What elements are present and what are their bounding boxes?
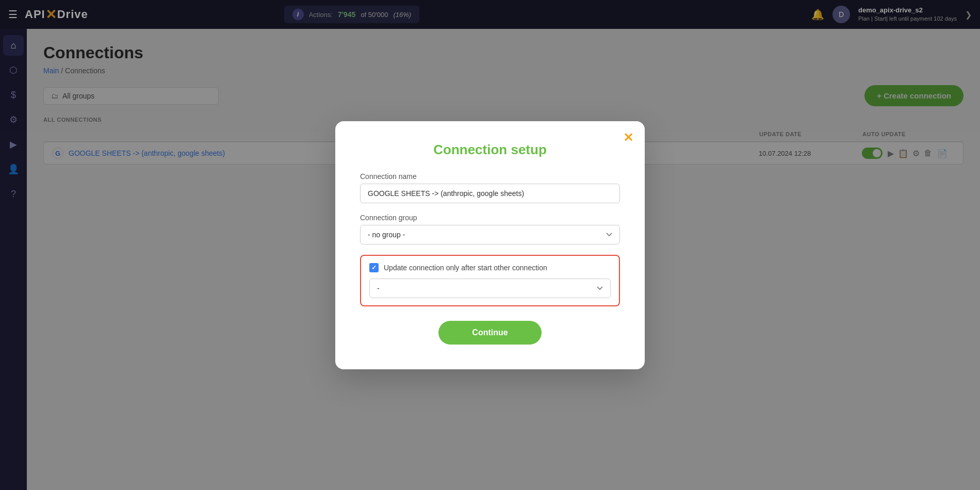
connection-group-select[interactable]: - no group - — [360, 225, 620, 244]
update-connection-checkbox[interactable] — [369, 263, 379, 272]
connection-group-label: Connection group — [360, 214, 620, 222]
update-dependency-section: Update connection only after start other… — [360, 255, 620, 306]
modal-title: Connection setup — [360, 142, 620, 158]
connection-name-group: Connection name — [360, 172, 620, 203]
close-icon[interactable]: ✕ — [623, 130, 633, 145]
connection-name-input[interactable] — [360, 184, 620, 203]
dependency-select[interactable]: - — [369, 279, 611, 298]
continue-button[interactable]: Continue — [438, 321, 542, 345]
modal-overlay[interactable]: ✕ Connection setup Connection name Conne… — [0, 0, 980, 490]
checkbox-label: Update connection only after start other… — [384, 264, 547, 272]
checkbox-row: Update connection only after start other… — [369, 263, 611, 272]
modal-dialog: ✕ Connection setup Connection name Conne… — [335, 121, 645, 369]
connection-group-group: Connection group - no group - — [360, 214, 620, 244]
connection-name-label: Connection name — [360, 172, 620, 181]
